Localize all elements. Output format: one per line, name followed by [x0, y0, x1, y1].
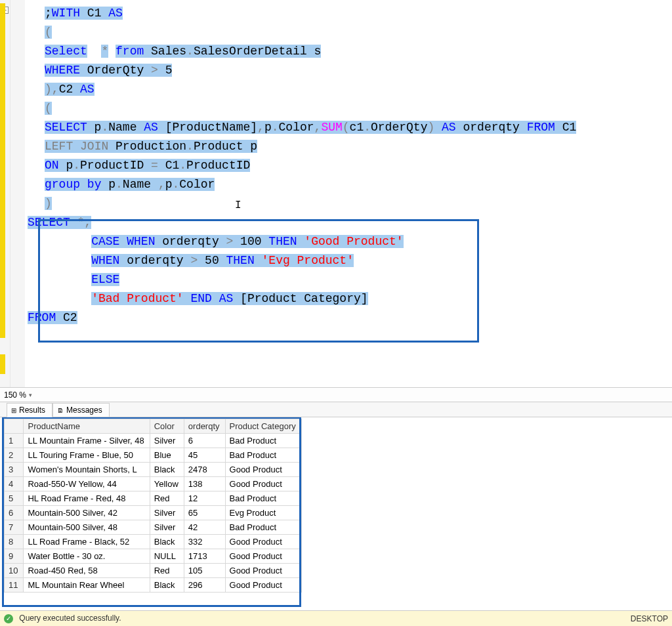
cell[interactable]: Mountain-500 Silver, 48	[24, 520, 150, 535]
code-line[interactable]: ON p.ProductID = C1.ProductID	[25, 156, 672, 175]
table-row[interactable]: 9Water Bottle - 30 oz.NULL1713Good Produ…	[5, 549, 302, 564]
cell[interactable]: Red	[150, 491, 184, 506]
code-line[interactable]: group by p.Name ,p.Color	[25, 175, 672, 194]
column-header[interactable]: orderqty	[184, 419, 225, 434]
code-content[interactable]: ;WITH C1 AS(Select * from Sales.SalesOrd…	[25, 0, 672, 387]
cell[interactable]: Silver	[150, 520, 184, 535]
cell[interactable]: Bad Product	[225, 448, 301, 463]
code-line[interactable]: ELSE	[25, 270, 672, 289]
cell[interactable]: Bad Product	[225, 434, 301, 448]
cell[interactable]: Black	[150, 535, 184, 549]
cell[interactable]: Red	[150, 564, 184, 578]
cell[interactable]: Good Product	[225, 535, 301, 549]
code-line[interactable]: WHERE OrderQty > 5	[25, 61, 672, 80]
cell[interactable]: 42	[184, 520, 225, 535]
editor-gutter: −	[0, 0, 10, 387]
sql-editor[interactable]: − ;WITH C1 AS(Select * from Sales.SalesO…	[0, 0, 672, 387]
table-row[interactable]: 3Women's Mountain Shorts, LBlack2478Good…	[5, 463, 302, 477]
cell[interactable]: 296	[184, 578, 225, 593]
column-header[interactable]: Product Category	[225, 419, 301, 434]
table-row[interactable]: 4Road-550-W Yellow, 44Yellow138Good Prod…	[5, 477, 302, 491]
row-number[interactable]: 7	[5, 520, 24, 535]
row-number[interactable]: 6	[5, 506, 24, 520]
cell[interactable]: Road-550-W Yellow, 44	[24, 477, 150, 491]
results-grid[interactable]: ProductNameColororderqtyProduct Category…	[4, 419, 302, 593]
column-header[interactable]: Color	[150, 419, 184, 434]
table-row[interactable]: 7Mountain-500 Silver, 48Silver42Bad Prod…	[5, 520, 302, 535]
cell[interactable]: Silver	[150, 506, 184, 520]
cell[interactable]: 105	[184, 564, 225, 578]
cell[interactable]: 332	[184, 535, 225, 549]
cell[interactable]: Good Product	[225, 549, 301, 564]
cell[interactable]: Mountain-500 Silver, 42	[24, 506, 150, 520]
cell[interactable]: Silver	[150, 434, 184, 448]
table-row[interactable]: 11ML Mountain Rear WheelBlack296Good Pro…	[5, 578, 302, 593]
cell[interactable]: 45	[184, 448, 225, 463]
cell[interactable]: 65	[184, 506, 225, 520]
cell[interactable]: Black	[150, 578, 184, 593]
cell[interactable]: Good Product	[225, 463, 301, 477]
table-row[interactable]: 5HL Road Frame - Red, 48Red12Bad Product	[5, 491, 302, 506]
row-number[interactable]: 11	[5, 578, 24, 593]
code-line[interactable]: SELECT *,	[25, 213, 672, 232]
cell[interactable]: 138	[184, 477, 225, 491]
code-line[interactable]: (	[25, 99, 672, 118]
code-line[interactable]: WHEN orderqty > 50 THEN 'Evg Product'	[25, 251, 672, 270]
cell[interactable]: HL Road Frame - Red, 48	[24, 491, 150, 506]
table-row[interactable]: 8LL Road Frame - Black, 52Black332Good P…	[5, 535, 302, 549]
code-line[interactable]: ;WITH C1 AS	[25, 4, 672, 23]
column-header[interactable]: ProductName	[24, 419, 150, 434]
row-number[interactable]: 3	[5, 463, 24, 477]
cell[interactable]: 1713	[184, 549, 225, 564]
cell[interactable]: Bad Product	[225, 520, 301, 535]
code-line[interactable]: Select * from Sales.SalesOrderDetail s	[25, 42, 672, 61]
code-line[interactable]: SELECT p.Name AS [ProductName],p.Color,S…	[25, 118, 672, 137]
cell[interactable]: Black	[150, 463, 184, 477]
row-number[interactable]: 4	[5, 477, 24, 491]
cell[interactable]: LL Touring Frame - Blue, 50	[24, 448, 150, 463]
table-row[interactable]: 10Road-450 Red, 58Red105Good Product	[5, 564, 302, 578]
code-line[interactable]: ),C2 AS	[25, 80, 672, 99]
cell[interactable]: Road-450 Red, 58	[24, 564, 150, 578]
cell[interactable]: Women's Mountain Shorts, L	[24, 463, 150, 477]
zoom-dropdown-icon[interactable]: ▾	[29, 392, 32, 398]
code-line[interactable]: CASE WHEN orderqty > 100 THEN 'Good Prod…	[25, 232, 672, 251]
zoom-bar: 150 % ▾	[0, 387, 672, 402]
cell[interactable]: ML Mountain Rear Wheel	[24, 578, 150, 593]
row-number[interactable]: 2	[5, 448, 24, 463]
cell[interactable]: Water Bottle - 30 oz.	[24, 549, 150, 564]
row-number[interactable]: 10	[5, 564, 24, 578]
cell[interactable]: Bad Product	[225, 491, 301, 506]
grid-icon: ⊞	[11, 407, 16, 414]
cell[interactable]: LL Road Frame - Black, 52	[24, 535, 150, 549]
cell[interactable]: Blue	[150, 448, 184, 463]
row-number[interactable]: 8	[5, 535, 24, 549]
cell[interactable]: Good Product	[225, 578, 301, 593]
tab-messages[interactable]: 🗎 Messages	[52, 403, 110, 417]
cell[interactable]: 12	[184, 491, 225, 506]
code-line[interactable]: 'Bad Product' END AS [Product Category]	[25, 289, 672, 308]
cell[interactable]: Good Product	[225, 564, 301, 578]
cell[interactable]: NULL	[150, 549, 184, 564]
success-icon: ✓	[4, 614, 13, 623]
cell[interactable]: 2478	[184, 463, 225, 477]
cell[interactable]: 6	[184, 434, 225, 448]
row-number[interactable]: 9	[5, 549, 24, 564]
tab-results-label: Results	[19, 406, 45, 415]
results-pane[interactable]: ProductNameColororderqtyProduct Category…	[0, 417, 672, 610]
cell[interactable]: Evg Product	[225, 506, 301, 520]
row-number[interactable]: 1	[5, 434, 24, 448]
row-number[interactable]: 5	[5, 491, 24, 506]
output-tabs: ⊞ Results 🗎 Messages	[0, 402, 672, 417]
code-line[interactable]: (	[25, 23, 672, 42]
code-line[interactable]: )	[25, 194, 672, 213]
code-line[interactable]: FROM C2	[25, 308, 672, 327]
code-line[interactable]: LEFT JOIN Production.Product p	[25, 137, 672, 156]
table-row[interactable]: 6Mountain-500 Silver, 42Silver65Evg Prod…	[5, 506, 302, 520]
cell[interactable]: Good Product	[225, 477, 301, 491]
cell[interactable]: Yellow	[150, 477, 184, 491]
cell[interactable]: LL Mountain Frame - Silver, 48	[24, 434, 150, 448]
tab-results[interactable]: ⊞ Results	[7, 403, 52, 417]
table-row[interactable]: 2LL Touring Frame - Blue, 50Blue45Bad Pr…	[5, 448, 302, 463]
table-row[interactable]: 1LL Mountain Frame - Silver, 48Silver6Ba…	[5, 434, 302, 448]
